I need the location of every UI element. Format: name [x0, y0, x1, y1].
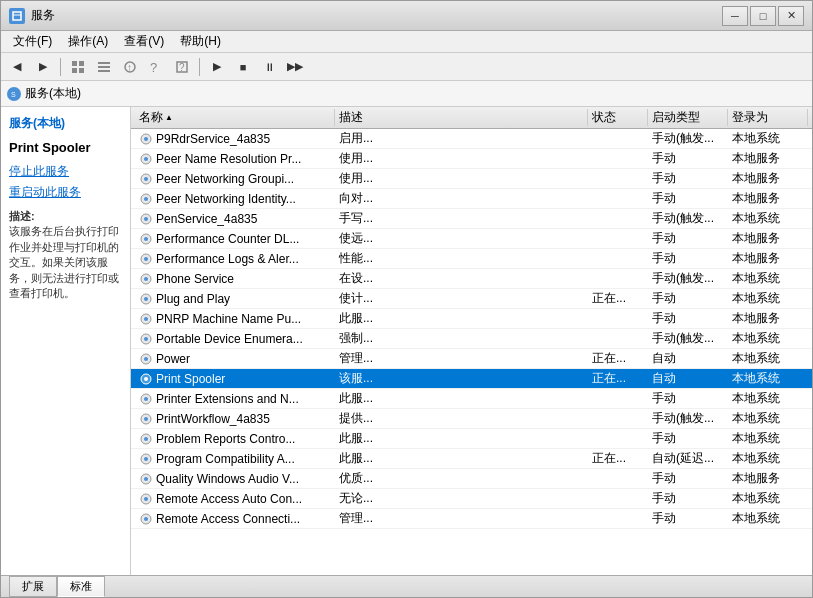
- stop-service-link[interactable]: 停止此服务: [9, 163, 122, 180]
- table-row[interactable]: Program Compatibility A...此服...正在...自动(延…: [131, 449, 812, 469]
- close-button[interactable]: ✕: [778, 6, 804, 26]
- table-row[interactable]: Peer Networking Groupi...使用...手动本地服务: [131, 169, 812, 189]
- svg-rect-2: [72, 61, 77, 66]
- pause-button[interactable]: ⏸: [257, 56, 281, 78]
- svg-point-35: [144, 317, 148, 321]
- back-button[interactable]: ◀: [5, 56, 29, 78]
- svg-point-37: [144, 337, 148, 341]
- table-row[interactable]: Remote Access Auto Con...无论...手动本地系统: [131, 489, 812, 509]
- list-header: 名称 ▲ 描述 状态 启动类型 登录为: [131, 107, 812, 129]
- window-title: 服务: [31, 7, 722, 24]
- row-desc: 手写...: [335, 210, 588, 227]
- svg-point-33: [144, 297, 148, 301]
- table-row[interactable]: Performance Counter DL...使远...手动本地服务: [131, 229, 812, 249]
- sidebar: 服务(本地) Print Spooler 停止此服务 重启动此服务 描述: 该服…: [1, 107, 131, 575]
- stop-button[interactable]: ■: [231, 56, 255, 78]
- svg-point-55: [144, 517, 148, 521]
- svg-point-41: [144, 377, 148, 381]
- table-row[interactable]: PNRP Machine Name Pu...此服...手动本地服务: [131, 309, 812, 329]
- menu-view[interactable]: 查看(V): [116, 31, 172, 52]
- table-row[interactable]: Power管理...正在...自动本地系统: [131, 349, 812, 369]
- service-icon: [139, 272, 153, 286]
- row-desc: 此服...: [335, 430, 588, 447]
- menu-help[interactable]: 帮助(H): [172, 31, 229, 52]
- toolbar-sep-1: [60, 58, 61, 76]
- row-startup: 手动: [648, 430, 728, 447]
- row-desc: 提供...: [335, 410, 588, 427]
- table-row[interactable]: Peer Name Resolution Pr...使用...手动本地服务: [131, 149, 812, 169]
- row-startup: 手动(触发...: [648, 270, 728, 287]
- row-desc: 使用...: [335, 150, 588, 167]
- forward-button[interactable]: ▶: [31, 56, 55, 78]
- row-desc: 强制...: [335, 330, 588, 347]
- menu-action[interactable]: 操作(A): [60, 31, 116, 52]
- svg-rect-4: [72, 68, 77, 73]
- col-name[interactable]: 名称 ▲: [135, 109, 335, 126]
- table-row[interactable]: Phone Service在设...手动(触发...本地系统: [131, 269, 812, 289]
- table-row[interactable]: Remote Access Connecti...管理...手动本地系统: [131, 509, 812, 529]
- col-status[interactable]: 状态: [588, 109, 648, 126]
- desc-label: 描述:: [9, 210, 35, 222]
- row-name: Remote Access Connecti...: [135, 512, 335, 526]
- table-row[interactable]: Performance Logs & Aler...性能...手动本地服务: [131, 249, 812, 269]
- row-startup: 手动(触发...: [648, 210, 728, 227]
- service-icon: [139, 252, 153, 266]
- toolbar: ◀ ▶ ↑ ? ? ▶ ■ ⏸ ▶▶: [1, 53, 812, 81]
- svg-text:S: S: [11, 91, 16, 98]
- row-logon: 本地系统: [728, 390, 808, 407]
- col-logon[interactable]: 登录为: [728, 109, 808, 126]
- list-body: P9RdrService_4a835启用...手动(触发...本地系统Peer …: [131, 129, 812, 575]
- svg-point-39: [144, 357, 148, 361]
- help-button[interactable]: ?: [170, 56, 194, 78]
- row-desc: 启用...: [335, 130, 588, 147]
- list-button[interactable]: [92, 56, 116, 78]
- maximize-button[interactable]: □: [750, 6, 776, 26]
- service-icon: [139, 292, 153, 306]
- row-desc: 使用...: [335, 170, 588, 187]
- table-row[interactable]: PrintWorkflow_4a835提供...手动(触发...本地系统: [131, 409, 812, 429]
- tab-expand[interactable]: 扩展: [9, 576, 57, 597]
- table-row[interactable]: Printer Extensions and N...此服...手动本地系统: [131, 389, 812, 409]
- table-row[interactable]: Problem Reports Contro...此服...手动本地系统: [131, 429, 812, 449]
- connect-button[interactable]: ↑: [118, 56, 142, 78]
- col-startup[interactable]: 启动类型: [648, 109, 728, 126]
- service-icon: [139, 512, 153, 526]
- service-icon: [139, 412, 153, 426]
- row-name: Performance Counter DL...: [135, 232, 335, 246]
- table-row[interactable]: P9RdrService_4a835启用...手动(触发...本地系统: [131, 129, 812, 149]
- row-startup: 手动: [648, 390, 728, 407]
- menu-file[interactable]: 文件(F): [5, 31, 60, 52]
- row-desc: 向对...: [335, 190, 588, 207]
- row-logon: 本地系统: [728, 490, 808, 507]
- table-row[interactable]: Quality Windows Audio V...优质...手动本地服务: [131, 469, 812, 489]
- row-logon: 本地系统: [728, 130, 808, 147]
- row-desc: 无论...: [335, 490, 588, 507]
- table-row[interactable]: Print Spooler该服...正在...自动本地系统: [131, 369, 812, 389]
- table-row[interactable]: Plug and Play使计...正在...手动本地系统: [131, 289, 812, 309]
- table-row[interactable]: Portable Device Enumera...强制...手动(触发...本…: [131, 329, 812, 349]
- restart-button[interactable]: ▶▶: [283, 56, 307, 78]
- row-startup: 手动: [648, 310, 728, 327]
- sidebar-header[interactable]: 服务(本地): [9, 115, 122, 132]
- tab-standard[interactable]: 标准: [57, 576, 105, 597]
- start-button[interactable]: ▶: [205, 56, 229, 78]
- row-startup: 手动(触发...: [648, 330, 728, 347]
- row-name: Peer Name Resolution Pr...: [135, 152, 335, 166]
- row-startup: 手动: [648, 250, 728, 267]
- row-logon: 本地系统: [728, 290, 808, 307]
- disconnect-button[interactable]: ?: [144, 56, 168, 78]
- svg-point-31: [144, 277, 148, 281]
- table-row[interactable]: Peer Networking Identity...向对...手动本地服务: [131, 189, 812, 209]
- svg-point-45: [144, 417, 148, 421]
- table-row[interactable]: PenService_4a835手写...手动(触发...本地系统: [131, 209, 812, 229]
- svg-point-43: [144, 397, 148, 401]
- svg-point-25: [144, 217, 148, 221]
- col-desc[interactable]: 描述: [335, 109, 588, 126]
- up-button[interactable]: [66, 56, 90, 78]
- service-icon: [139, 432, 153, 446]
- row-status: 正在...: [588, 350, 648, 367]
- row-name: Plug and Play: [135, 292, 335, 306]
- minimize-button[interactable]: ─: [722, 6, 748, 26]
- main-window: 服务 ─ □ ✕ 文件(F) 操作(A) 查看(V) 帮助(H) ◀ ▶ ↑ ?…: [0, 0, 813, 598]
- restart-service-link[interactable]: 重启动此服务: [9, 184, 122, 201]
